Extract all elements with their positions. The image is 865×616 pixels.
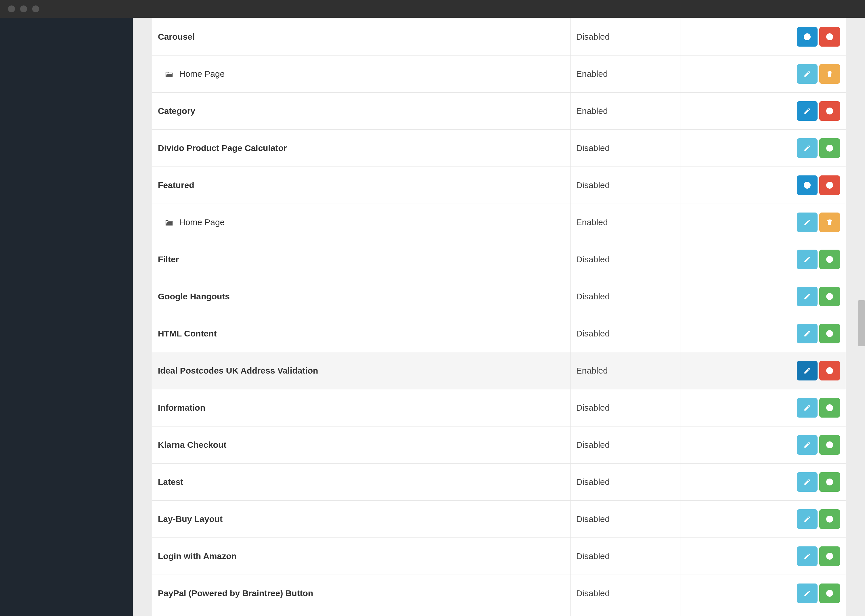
module-name-cell: Information [152, 390, 570, 426]
minus-circle-icon [826, 33, 834, 41]
pencil-icon [804, 107, 811, 115]
module-actions-cell [680, 315, 846, 352]
module-name-cell: PayPal Smart Button [152, 612, 570, 616]
edit-button[interactable] [797, 212, 818, 232]
module-name-cell: Home Page [152, 204, 570, 241]
add-button[interactable] [797, 175, 818, 195]
module-status-cell: Disabled [570, 315, 680, 352]
folder-open-icon [165, 71, 173, 79]
module-name: Klarna Checkout [158, 440, 226, 449]
uninstall-button[interactable] [819, 361, 840, 380]
install-button[interactable] [819, 509, 840, 529]
install-button[interactable] [819, 250, 840, 269]
table-row: PayPal Smart ButtonDisabled [152, 612, 846, 616]
install-button[interactable] [819, 138, 840, 158]
plus-circle-icon [826, 552, 834, 560]
edit-button[interactable] [797, 509, 818, 529]
install-button[interactable] [819, 547, 840, 566]
uninstall-button[interactable] [819, 175, 840, 195]
minus-circle-icon [826, 367, 834, 374]
module-name-cell: Home Page [152, 55, 570, 93]
plus-circle-icon [826, 330, 834, 337]
edit-button[interactable] [797, 547, 818, 566]
edit-button[interactable] [797, 398, 818, 418]
module-status-cell: Disabled [570, 538, 680, 575]
table-row: Login with AmazonDisabled [152, 538, 846, 575]
module-status-cell: Disabled [570, 19, 680, 55]
module-name-cell: Login with Amazon [152, 538, 570, 575]
uninstall-button[interactable] [819, 27, 840, 47]
module-actions-cell [680, 93, 846, 130]
table-row: InformationDisabled [152, 390, 846, 426]
module-name-cell: Category [152, 93, 570, 130]
module-actions-cell [680, 130, 846, 167]
trash-icon [826, 70, 834, 78]
edit-button[interactable] [797, 138, 818, 158]
module-actions-cell [680, 575, 846, 612]
edit-button[interactable] [797, 250, 818, 269]
module-status: Enabled [576, 69, 608, 79]
module-actions-cell [680, 352, 846, 390]
install-button[interactable] [819, 435, 840, 455]
edit-button[interactable] [797, 361, 818, 380]
module-status-cell: Disabled [570, 241, 680, 278]
delete-button[interactable] [819, 64, 840, 84]
module-status-cell: Enabled [570, 204, 680, 241]
module-name: Featured [158, 180, 195, 190]
table-row: Google HangoutsDisabled [152, 278, 846, 315]
module-name-cell: Lay-Buy Layout [152, 501, 570, 538]
uninstall-button[interactable] [819, 101, 840, 121]
delete-button[interactable] [819, 212, 840, 232]
module-actions-cell [680, 204, 846, 241]
module-name-cell: Latest [152, 464, 570, 501]
pencil-icon [804, 515, 811, 523]
install-button[interactable] [819, 583, 840, 603]
table-row: FeaturedDisabled [152, 167, 846, 204]
module-actions-cell [680, 241, 846, 278]
table-row: Ideal Postcodes UK Address ValidationEna… [152, 352, 846, 390]
window-minimize-button[interactable] [20, 5, 27, 13]
edit-button[interactable] [797, 287, 818, 306]
pencil-icon [804, 70, 811, 78]
edit-button[interactable] [797, 472, 818, 492]
module-status: Disabled [576, 329, 610, 338]
window-maximize-button[interactable] [32, 5, 39, 13]
add-button[interactable] [797, 27, 818, 47]
module-name-cell: Carousel [152, 19, 570, 55]
modules-table: CarouselDisabledHome PageEnabledCategory… [152, 18, 846, 616]
minus-circle-icon [826, 107, 834, 115]
edit-button[interactable] [797, 64, 818, 84]
module-status: Disabled [576, 588, 610, 598]
module-status-cell: Disabled [570, 390, 680, 426]
module-sub-name: Home Page [179, 69, 224, 79]
plus-circle-icon [826, 256, 834, 263]
module-actions-cell [680, 538, 846, 575]
install-button[interactable] [819, 398, 840, 418]
edit-button[interactable] [797, 583, 818, 603]
module-status: Disabled [576, 514, 610, 524]
module-status: Enabled [576, 106, 608, 116]
window-close-button[interactable] [8, 5, 15, 13]
install-button[interactable] [819, 287, 840, 306]
scrollbar-thumb[interactable] [858, 300, 865, 346]
plus-circle-icon [826, 589, 834, 597]
edit-button[interactable] [797, 435, 818, 455]
module-name-cell: Divido Product Page Calculator [152, 130, 570, 167]
edit-button[interactable] [797, 101, 818, 121]
install-button[interactable] [819, 324, 840, 343]
module-actions-cell [680, 612, 846, 616]
plus-circle-icon [826, 293, 834, 300]
module-actions-cell [680, 55, 846, 93]
module-name: Lay-Buy Layout [158, 514, 223, 524]
minus-circle-icon [826, 181, 834, 189]
content-area: CarouselDisabledHome PageEnabledCategory… [133, 18, 865, 616]
folder-open-icon [165, 219, 173, 227]
pencil-icon [804, 145, 811, 152]
module-status: Disabled [576, 255, 610, 264]
module-status: Disabled [576, 403, 610, 412]
install-button[interactable] [819, 472, 840, 492]
module-status: Disabled [576, 143, 610, 153]
edit-button[interactable] [797, 324, 818, 343]
plus-circle-icon [826, 441, 834, 449]
module-actions-cell [680, 19, 846, 55]
